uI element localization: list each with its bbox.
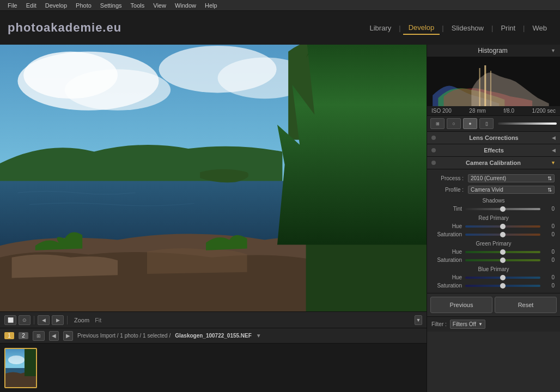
film-thumb-1[interactable] bbox=[4, 348, 37, 388]
shutter-value: 1/200 sec bbox=[532, 108, 556, 114]
hue-red-slider[interactable] bbox=[465, 225, 540, 228]
tint-thumb[interactable] bbox=[500, 206, 506, 212]
sat-green-slider[interactable] bbox=[465, 259, 540, 261]
menu-develop[interactable]: Develop bbox=[41, 2, 71, 9]
sat-green-value: 0 bbox=[543, 257, 555, 263]
grid-view[interactable]: ⊞ bbox=[33, 331, 45, 341]
hue-green-row: Hue 0 bbox=[429, 248, 558, 256]
lens-toggle-dot bbox=[431, 136, 436, 140]
nav-develop[interactable]: Develop bbox=[403, 21, 440, 35]
calib-toggle-dot bbox=[431, 161, 436, 165]
zoom-label: Zoom bbox=[74, 317, 89, 323]
sat-green-thumb[interactable] bbox=[500, 258, 506, 263]
lens-corrections-header[interactable]: Lens Corrections ◀ bbox=[427, 132, 560, 144]
sat-blue-thumb[interactable] bbox=[500, 283, 506, 289]
filename-arrow[interactable]: ▼ bbox=[256, 333, 261, 339]
filter-dropdown[interactable]: Filters Off ▼ bbox=[450, 320, 485, 329]
hue-green-label: Hue bbox=[433, 249, 465, 255]
photo-area bbox=[0, 45, 427, 311]
hue-red-row: Hue 0 bbox=[429, 222, 558, 230]
zoom-value[interactable]: Fit bbox=[95, 317, 101, 323]
menubar: File Edit Develop Photo Settings Tools V… bbox=[0, 0, 560, 11]
nav-print[interactable]: Print bbox=[495, 22, 521, 34]
hue-green-slider[interactable] bbox=[465, 251, 540, 253]
process-value: 2010 (Current) bbox=[471, 175, 506, 181]
histogram-header: Histogram ▼ bbox=[427, 45, 560, 57]
menu-settings[interactable]: Settings bbox=[96, 2, 126, 9]
effects-arrow: ◀ bbox=[552, 148, 556, 153]
process-dropdown[interactable]: 2010 (Current) ⇅ bbox=[468, 174, 555, 182]
view-single[interactable]: ● bbox=[463, 118, 477, 129]
view-circle[interactable]: ○ bbox=[447, 118, 461, 129]
tool-info[interactable]: ▼ bbox=[415, 315, 422, 325]
menu-view[interactable]: View bbox=[149, 2, 171, 9]
filter-label: Filter : bbox=[431, 321, 447, 327]
effects-title: Effects bbox=[436, 147, 552, 154]
thumb-svg bbox=[5, 349, 36, 387]
process-dropdown-arrow: ⇅ bbox=[547, 175, 552, 181]
right-panel: Histogram ▼ bbox=[427, 45, 560, 392]
filmstrip-area bbox=[0, 343, 427, 392]
histogram-graph bbox=[427, 57, 560, 106]
photo-svg bbox=[0, 45, 427, 311]
hue-green-thumb[interactable] bbox=[500, 249, 506, 255]
middle-area: ⬜ ⊙ ◀ ▶ Zoom Fit ▼ 1 2 ⊞ ◀ ▶ Previous Im… bbox=[0, 45, 560, 392]
nav-slideshow[interactable]: Slideshow bbox=[446, 22, 489, 34]
profile-dropdown[interactable]: Camera Vivid ⇅ bbox=[468, 186, 555, 194]
view-before-after[interactable]: ⊞ bbox=[430, 118, 445, 129]
tool-next[interactable]: ▶ bbox=[52, 315, 64, 325]
sat-blue-row: Saturation 0 bbox=[429, 281, 558, 290]
tool-prev[interactable]: ◀ bbox=[38, 315, 50, 325]
nav-links: Library | Develop | Slideshow | Print | … bbox=[364, 21, 552, 35]
svg-point-9 bbox=[8, 356, 25, 364]
sat-green-row: Saturation 0 bbox=[429, 256, 558, 264]
exposure-slider[interactable] bbox=[498, 122, 557, 125]
effects-header[interactable]: Effects ◀ bbox=[427, 144, 560, 157]
tool-spot[interactable]: ⊙ bbox=[19, 315, 31, 325]
filter-dropdown-arrow: ▼ bbox=[478, 322, 483, 327]
effects-toggle-dot bbox=[431, 148, 436, 152]
blue-primary-label: Blue Primary bbox=[429, 264, 558, 273]
badge-1[interactable]: 1 bbox=[4, 332, 14, 339]
previous-button[interactable]: Previous bbox=[430, 297, 492, 313]
sat-red-thumb[interactable] bbox=[500, 232, 506, 237]
tint-value: 0 bbox=[543, 206, 555, 212]
badge-2[interactable]: 2 bbox=[19, 332, 28, 339]
menu-help[interactable]: Help bbox=[200, 2, 222, 9]
photo-canvas bbox=[0, 45, 427, 311]
histogram-arrow[interactable]: ▼ bbox=[551, 48, 556, 53]
hue-blue-slider[interactable] bbox=[465, 277, 540, 279]
prev-arrow[interactable]: ◀ bbox=[49, 331, 59, 341]
menu-edit[interactable]: Edit bbox=[22, 2, 41, 9]
reset-button[interactable]: Reset bbox=[495, 297, 557, 313]
filter-row: Filter : Filters Off ▼ bbox=[427, 316, 560, 332]
next-arrow[interactable]: ▶ bbox=[63, 331, 73, 341]
histogram-title: Histogram bbox=[478, 47, 508, 54]
view-split[interactable]: ▯ bbox=[479, 118, 494, 129]
sat-blue-label: Saturation bbox=[433, 283, 465, 289]
nav-library[interactable]: Library bbox=[364, 22, 397, 34]
menu-window[interactable]: Window bbox=[171, 2, 200, 9]
camera-calibration-title: Camera Calibration bbox=[436, 160, 551, 166]
menu-tools[interactable]: Tools bbox=[126, 2, 149, 9]
tint-slider[interactable] bbox=[465, 208, 540, 210]
calibration-panel: Process : 2010 (Current) ⇅ Profile : Cam… bbox=[427, 169, 560, 293]
sat-red-slider[interactable] bbox=[465, 234, 540, 236]
menu-photo[interactable]: Photo bbox=[71, 2, 96, 9]
process-label: Process : bbox=[433, 175, 468, 181]
sat-green-label: Saturation bbox=[433, 257, 465, 263]
sat-red-value: 0 bbox=[543, 231, 555, 237]
nav-web[interactable]: Web bbox=[527, 22, 553, 34]
hue-blue-row: Hue 0 bbox=[429, 273, 558, 281]
tool-crop[interactable]: ⬜ bbox=[4, 315, 16, 325]
profile-label: Profile : bbox=[433, 187, 468, 193]
svg-point-3 bbox=[65, 69, 171, 111]
sat-blue-slider[interactable] bbox=[465, 285, 540, 287]
camera-calibration-header[interactable]: Camera Calibration ▼ bbox=[427, 157, 560, 169]
hue-blue-value: 0 bbox=[543, 274, 555, 280]
lens-corrections-title: Lens Corrections bbox=[436, 134, 552, 141]
view-modes: ⊞ ○ ● ▯ bbox=[427, 116, 560, 132]
hue-red-thumb[interactable] bbox=[500, 224, 506, 229]
menu-file[interactable]: File bbox=[3, 2, 22, 9]
hue-blue-thumb[interactable] bbox=[500, 275, 506, 280]
